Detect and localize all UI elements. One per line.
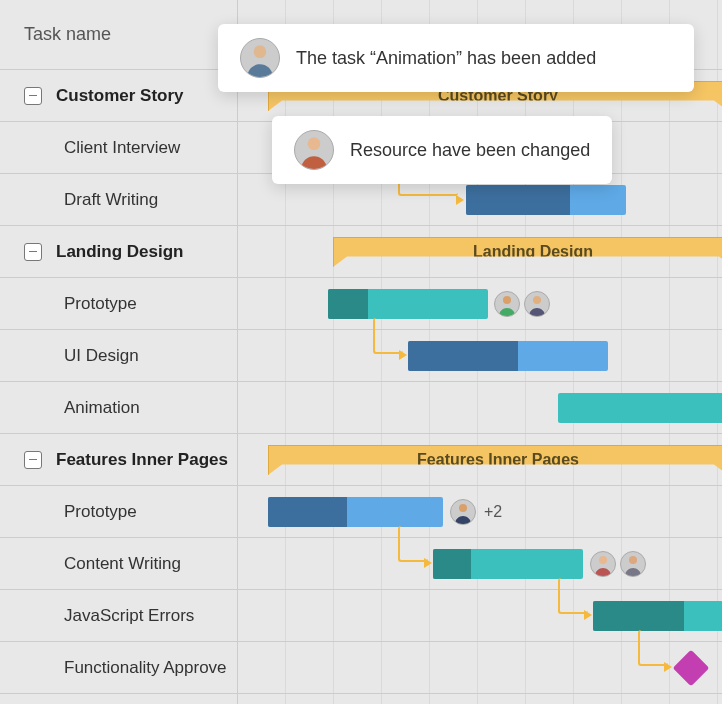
group-label: Features Inner Pages — [56, 450, 228, 470]
gantt-task-row — [238, 330, 722, 382]
notification-message: The task “Animation” has been added — [296, 48, 596, 69]
column-header: Task name — [0, 0, 237, 70]
notification-message: Resource have been changed — [350, 140, 590, 161]
task-label: Client Interview — [64, 138, 180, 158]
svg-point-6 — [308, 137, 321, 150]
avatar[interactable] — [494, 291, 520, 317]
task-label: Content Writing — [64, 554, 181, 574]
svg-point-0 — [503, 296, 511, 304]
task-bar-ui-design[interactable] — [408, 341, 608, 371]
task-label: Prototype — [64, 294, 137, 314]
task-label: Functionality Approve — [64, 658, 227, 678]
group-label: Landing Design — [56, 242, 184, 262]
avatar[interactable] — [620, 551, 646, 577]
task-bar-animation[interactable] — [558, 393, 722, 423]
task-row-prototype-2[interactable]: Prototype — [0, 486, 237, 538]
task-row-client-interview[interactable]: Client Interview — [0, 122, 237, 174]
task-label: UI Design — [64, 346, 139, 366]
task-bar-content-writing[interactable] — [433, 549, 583, 579]
task-label: Prototype — [64, 502, 137, 522]
avatar[interactable] — [524, 291, 550, 317]
svg-point-3 — [599, 556, 607, 564]
notification-toast[interactable]: Resource have been changed — [272, 116, 612, 184]
collapse-icon[interactable] — [24, 243, 42, 261]
task-row-animation[interactable]: Animation — [0, 382, 237, 434]
avatar — [240, 38, 280, 78]
assignee-avatars[interactable]: +2 — [450, 499, 502, 525]
milestone-functionality-approve[interactable] — [673, 650, 710, 687]
group-row-landing-design[interactable]: Landing Design — [0, 226, 237, 278]
notification-toast[interactable]: The task “Animation” has been added — [218, 24, 694, 92]
task-row-ui-design[interactable]: UI Design — [0, 330, 237, 382]
group-bar-features[interactable]: Features Inner Pages — [268, 445, 722, 475]
collapse-icon[interactable] — [24, 451, 42, 469]
group-label: Customer Story — [56, 86, 184, 106]
assignee-avatars[interactable] — [590, 551, 646, 577]
task-list-sidebar: Task name Customer Story Client Intervie… — [0, 0, 238, 704]
gantt-task-row — [238, 278, 722, 330]
gantt-container: Task name Customer Story Client Intervie… — [0, 0, 722, 704]
task-row-javascript-errors[interactable]: JavaScript Errors — [0, 590, 237, 642]
task-label: Draft Writing — [64, 190, 158, 210]
avatar — [294, 130, 334, 170]
gantt-task-row — [238, 590, 722, 642]
task-bar-prototype-2[interactable] — [268, 497, 443, 527]
assignee-avatars[interactable] — [494, 291, 550, 317]
task-bar-prototype[interactable] — [328, 289, 488, 319]
task-bar-draft-writing[interactable] — [466, 185, 626, 215]
gantt-task-row: +2 — [238, 486, 722, 538]
task-row-content-writing[interactable]: Content Writing — [0, 538, 237, 590]
gantt-group-row: Landing Design — [238, 226, 722, 278]
avatar[interactable] — [450, 499, 476, 525]
task-row-draft-writing[interactable]: Draft Writing — [0, 174, 237, 226]
task-row-prototype[interactable]: Prototype — [0, 278, 237, 330]
svg-point-2 — [459, 504, 467, 512]
task-bar-javascript-errors[interactable] — [593, 601, 722, 631]
group-row-features-inner-pages[interactable]: Features Inner Pages — [0, 434, 237, 486]
group-bar-landing-design[interactable]: Landing Design — [333, 237, 722, 267]
task-name-header: Task name — [24, 24, 111, 45]
gantt-task-row — [238, 642, 722, 694]
task-label: JavaScript Errors — [64, 606, 194, 626]
gantt-group-row: Features Inner Pages — [238, 434, 722, 486]
svg-point-5 — [254, 45, 267, 58]
task-row-functionality-approve[interactable]: Functionality Approve — [0, 642, 237, 694]
more-assignees-count[interactable]: +2 — [484, 503, 502, 521]
group-row-customer-story[interactable]: Customer Story — [0, 70, 237, 122]
svg-point-4 — [629, 556, 637, 564]
svg-point-1 — [533, 296, 541, 304]
gantt-timeline[interactable]: Customer Story Landing Design — [238, 0, 722, 704]
task-label: Animation — [64, 398, 140, 418]
collapse-icon[interactable] — [24, 87, 42, 105]
gantt-task-row — [238, 538, 722, 590]
avatar[interactable] — [590, 551, 616, 577]
gantt-task-row — [238, 382, 722, 434]
